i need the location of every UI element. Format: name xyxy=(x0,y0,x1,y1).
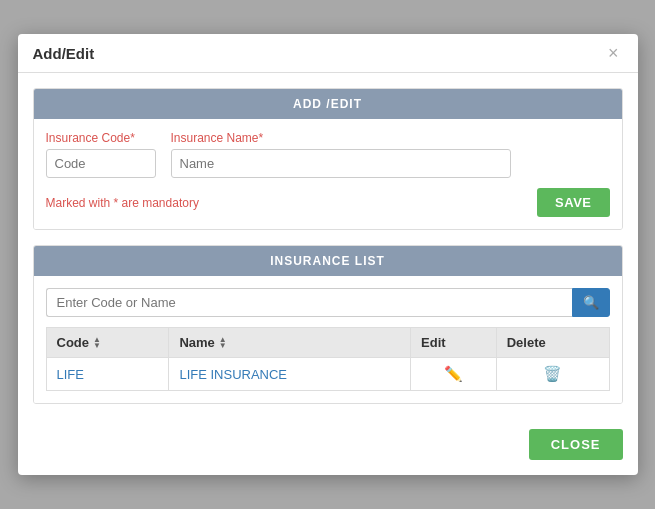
add-edit-section-header: ADD /EDIT xyxy=(34,89,622,119)
sort-arrows-code[interactable]: ▲▼ xyxy=(93,337,101,348)
add-edit-form-footer: Marked with * are mandatory SAVE xyxy=(46,188,610,217)
sort-arrows-name[interactable]: ▲▼ xyxy=(219,337,227,348)
search-row: 🔍 xyxy=(46,288,610,317)
col-header-edit: Edit xyxy=(411,328,497,358)
insurance-name-input[interactable] xyxy=(171,149,511,178)
insurance-code-group: Insurance Code* xyxy=(46,131,156,178)
close-button[interactable]: CLOSE xyxy=(529,429,623,460)
modal-close-x-button[interactable]: × xyxy=(604,44,623,62)
table-cell-name: LIFE INSURANCE xyxy=(169,358,411,391)
modal-overlay: Add/Edit × ADD /EDIT Insurance Code* xyxy=(0,0,655,509)
insurance-name-group: Insurance Name* xyxy=(171,131,511,178)
col-header-code: Code ▲▼ xyxy=(46,328,169,358)
insurance-list-section-header: INSURANCE LIST xyxy=(34,246,622,276)
table-header-row: Code ▲▼ Name ▲▼ xyxy=(46,328,609,358)
table-cell-delete: 🗑️ xyxy=(496,358,609,391)
add-edit-form-row: Insurance Code* Insurance Name* xyxy=(46,131,610,178)
search-icon: 🔍 xyxy=(583,295,599,310)
insurance-list-section: INSURANCE LIST 🔍 Cod xyxy=(33,245,623,404)
search-button[interactable]: 🔍 xyxy=(572,288,610,317)
modal-footer: CLOSE xyxy=(18,419,638,475)
col-header-name: Name ▲▼ xyxy=(169,328,411,358)
edit-icon[interactable]: ✏️ xyxy=(444,365,463,382)
insurance-list-section-body: 🔍 Code ▲▼ xyxy=(34,276,622,403)
mandatory-note: Marked with * are mandatory xyxy=(46,196,199,210)
insurance-code-input[interactable] xyxy=(46,149,156,178)
insurance-name-label: Insurance Name* xyxy=(171,131,511,145)
col-header-delete: Delete xyxy=(496,328,609,358)
insurance-table: Code ▲▼ Name ▲▼ xyxy=(46,327,610,391)
modal-body: ADD /EDIT Insurance Code* Insurance Name… xyxy=(18,73,638,419)
table-cell-code: LIFE xyxy=(46,358,169,391)
delete-icon[interactable]: 🗑️ xyxy=(543,365,562,382)
add-edit-section-body: Insurance Code* Insurance Name* Mark xyxy=(34,119,622,229)
search-input[interactable] xyxy=(46,288,572,317)
add-edit-section: ADD /EDIT Insurance Code* Insurance Name… xyxy=(33,88,623,230)
table-cell-edit: ✏️ xyxy=(411,358,497,391)
save-button[interactable]: SAVE xyxy=(537,188,609,217)
insurance-code-label: Insurance Code* xyxy=(46,131,156,145)
modal-header: Add/Edit × xyxy=(18,34,638,73)
table-row: LIFE LIFE INSURANCE ✏️ 🗑️ xyxy=(46,358,609,391)
table-body: LIFE LIFE INSURANCE ✏️ 🗑️ xyxy=(46,358,609,391)
modal-dialog: Add/Edit × ADD /EDIT Insurance Code* xyxy=(18,34,638,475)
table-header: Code ▲▼ Name ▲▼ xyxy=(46,328,609,358)
modal-title: Add/Edit xyxy=(33,45,95,62)
